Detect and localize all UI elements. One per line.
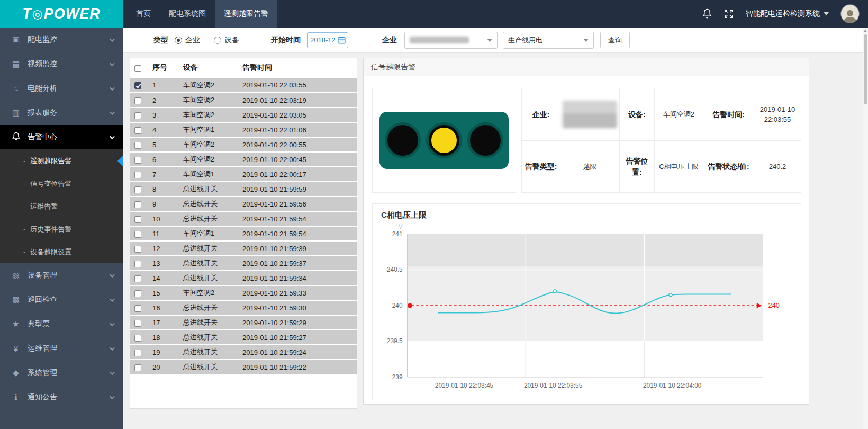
- row-device: 总进线开关: [179, 241, 238, 256]
- row-no: 2: [148, 93, 179, 108]
- detail-panel-title: 信号越限告警: [364, 58, 809, 76]
- row-time: 2019-01-10 21:59:56: [238, 196, 357, 211]
- alarm-row[interactable]: 4车间空调12019-01-10 22:01:06: [130, 122, 357, 137]
- sidebar-item[interactable]: ▩巡回检查: [0, 288, 123, 312]
- avatar[interactable]: [840, 4, 860, 23]
- row-checkbox[interactable]: [134, 216, 141, 223]
- sidebar-item[interactable]: 告警中心: [0, 125, 123, 149]
- row-device: 总进线开关: [179, 300, 238, 315]
- row-checkbox[interactable]: [134, 112, 141, 119]
- row-time: 2019-01-10 21:59:33: [238, 285, 357, 300]
- radio-icon[interactable]: [175, 37, 182, 44]
- line-select[interactable]: 生产线用电: [503, 32, 594, 49]
- row-checkbox[interactable]: [134, 305, 141, 312]
- chevron-down-icon: [110, 394, 115, 399]
- detail-top: 企业:设备:车间空调2告警时间:2019-01-10 22:03:55告警类型:…: [364, 76, 809, 198]
- row-checkbox[interactable]: [134, 82, 141, 89]
- alarm-row[interactable]: 12总进线开关2019-01-10 21:59:39: [130, 241, 357, 256]
- sidebar-item[interactable]: ¥运维管理: [0, 336, 123, 361]
- alarm-row[interactable]: 2车间空调22019-01-10 22:03:19: [130, 93, 357, 108]
- notification-bell-icon[interactable]: [702, 8, 712, 19]
- row-device: 车间空调2: [179, 137, 238, 152]
- sidebar-subitem[interactable]: -运维告警: [0, 195, 123, 218]
- alarm-row[interactable]: 3车间空调22019-01-10 22:03:05: [130, 108, 357, 122]
- row-checkbox[interactable]: [134, 320, 141, 327]
- alarm-row[interactable]: 7车间空调12019-01-10 22:00:17: [130, 167, 357, 182]
- sidebar-item[interactable]: ★典型票: [0, 312, 123, 336]
- alarm-row[interactable]: 10总进线开关2019-01-10 21:59:54: [130, 211, 357, 226]
- start-time-input[interactable]: [307, 32, 348, 48]
- sidebar: ▣配电监控▤视频监控≈电能分析▥报表服务告警中心-遥测越限告警-信号变位告警-运…: [0, 28, 123, 429]
- alarm-row[interactable]: 13总进线开关2019-01-10 21:59:37: [130, 256, 357, 271]
- row-device: 总进线开关: [179, 315, 238, 330]
- alarm-row[interactable]: 16总进线开关2019-01-10 21:59:30: [130, 300, 357, 315]
- scrollbar-thumb[interactable]: [864, 34, 867, 104]
- alarm-row[interactable]: 18总进线开关2019-01-10 21:59:27: [130, 330, 357, 345]
- scroll-up-icon[interactable]: [864, 29, 867, 32]
- enterprise-label: 企业: [382, 35, 397, 45]
- alarm-row[interactable]: 15车间空调22019-01-10 21:59:33: [130, 285, 357, 300]
- sidebar-item[interactable]: ▧设备管理: [0, 263, 123, 288]
- nav-distribution-diagram[interactable]: 配电系统图: [160, 0, 215, 28]
- row-checkbox[interactable]: [134, 335, 141, 342]
- row-checkbox[interactable]: [134, 350, 141, 356]
- row-checkbox[interactable]: [134, 186, 141, 193]
- sidebar-item[interactable]: ▣配电监控: [0, 28, 123, 52]
- row-time: 2019-01-10 21:59:27: [238, 330, 357, 345]
- fullscreen-icon[interactable]: [724, 8, 734, 19]
- alarm-row[interactable]: 17总进线开关2019-01-10 21:59:29: [130, 315, 357, 330]
- sidebar-subitem[interactable]: -设备越限设置: [0, 240, 123, 263]
- device-manage-icon: ▧: [11, 271, 21, 280]
- enterprise-select[interactable]: [404, 32, 498, 49]
- calendar-icon[interactable]: [338, 36, 346, 44]
- alarm-row[interactable]: 8总进线开关2019-01-10 21:59:59: [130, 182, 357, 196]
- alarm-row[interactable]: 6车间空调22019-01-10 22:00:45: [130, 152, 357, 167]
- sidebar-item[interactable]: ◆系统管理: [0, 361, 123, 385]
- start-time-label: 开始时间: [271, 35, 301, 45]
- alarm-row[interactable]: 19总进线开关2019-01-10 21:59:24: [130, 345, 357, 360]
- row-checkbox[interactable]: [134, 172, 141, 178]
- row-checkbox[interactable]: [134, 97, 141, 104]
- radio-icon[interactable]: [214, 37, 221, 44]
- select-all-checkbox[interactable]: [134, 65, 141, 72]
- logo[interactable]: T◎POWER: [0, 0, 123, 28]
- sidebar-subitem[interactable]: -历史事件告警: [0, 218, 123, 240]
- alarm-row[interactable]: 1车间空调22019-01-10 22:03:55: [130, 78, 357, 93]
- nav-home[interactable]: 首页: [127, 0, 160, 28]
- row-checkbox[interactable]: [134, 364, 141, 371]
- alarm-row[interactable]: 9总进线开关2019-01-10 21:59:56: [130, 196, 357, 211]
- sidebar-item[interactable]: ▥报表服务: [0, 101, 123, 125]
- alarm-row[interactable]: 11车间空调12019-01-10 21:59:54: [130, 226, 357, 241]
- query-button[interactable]: 查询: [600, 32, 630, 48]
- svg-text:239.5: 239.5: [387, 337, 403, 345]
- sidebar-subitem[interactable]: -遥测越限告警: [0, 149, 123, 172]
- row-checkbox[interactable]: [134, 201, 141, 208]
- sidebar-item[interactable]: ▤视频监控: [0, 52, 123, 76]
- system-menu[interactable]: 智能配电运检检测系统: [746, 9, 829, 19]
- sidebar-item[interactable]: ≈电能分析: [0, 76, 123, 101]
- row-checkbox[interactable]: [134, 157, 141, 164]
- alarm-row[interactable]: 5车间空调22019-01-10 22:00:55: [130, 137, 357, 152]
- row-checkbox[interactable]: [134, 261, 141, 267]
- row-checkbox[interactable]: [134, 246, 141, 253]
- row-checkbox[interactable]: [134, 231, 141, 238]
- alarm-row[interactable]: 20总进线开关2019-01-10 21:59:22: [130, 360, 357, 374]
- type-radio-option[interactable]: 企业: [175, 35, 200, 45]
- page-scrollbar[interactable]: [863, 28, 868, 429]
- alarm-row[interactable]: 14总进线开关2019-01-10 21:59:34: [130, 271, 357, 285]
- ops-manage-icon: ¥: [11, 344, 21, 353]
- row-checkbox[interactable]: [134, 127, 141, 134]
- row-checkbox[interactable]: [134, 275, 141, 282]
- row-checkbox[interactable]: [134, 290, 141, 297]
- start-time-value[interactable]: [310, 36, 338, 44]
- nav-telemetry-limit-alarm[interactable]: 遥测越限告警: [215, 0, 277, 28]
- bullet-dash-icon: -: [23, 157, 25, 165]
- column-header: 告警时间: [238, 58, 357, 78]
- row-time: 2019-01-10 22:03:19: [238, 93, 357, 108]
- row-checkbox[interactable]: [134, 142, 141, 149]
- row-no: 5: [148, 137, 179, 152]
- type-radio-option[interactable]: 设备: [214, 35, 239, 45]
- sidebar-item[interactable]: ℹ通知公告: [0, 385, 123, 409]
- sidebar-subitem[interactable]: -信号变位告警: [0, 172, 123, 195]
- row-device: 车间空调2: [179, 93, 238, 108]
